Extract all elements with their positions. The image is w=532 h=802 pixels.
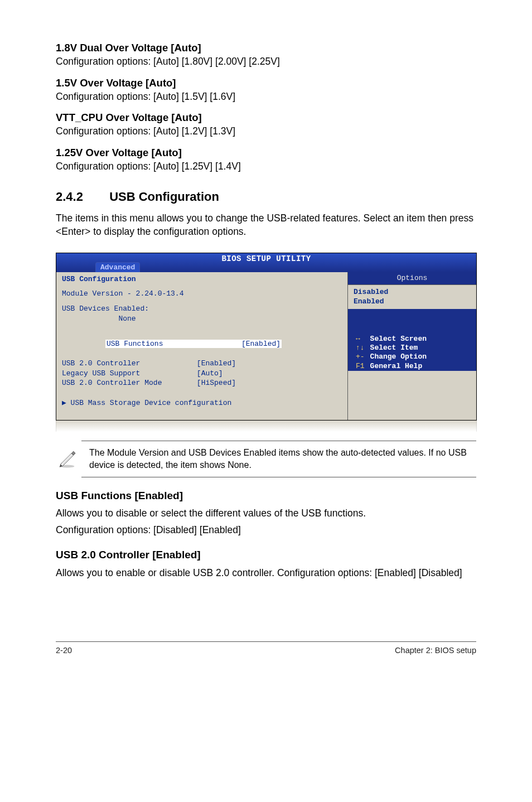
bios-submenu-label: USB Mass Storage Device configuration xyxy=(71,399,232,407)
section-heading: 2.4.2 USB Configuration xyxy=(56,189,476,205)
heading-1-5v: 1.5V Over Voltage [Auto] xyxy=(56,76,476,90)
bios-option-disabled[interactable]: Disabled xyxy=(354,287,471,297)
note-block: The Module Version and USB Devices Enabl… xyxy=(81,441,476,477)
bios-tab-advanced[interactable]: Advanced xyxy=(95,262,140,272)
bios-submenu-usb-mass-storage[interactable]: ▶ USB Mass Storage Device configuration xyxy=(62,398,342,408)
bios-help-keys: ↔ ↑↓ +- F1 xyxy=(356,335,365,371)
text-1-25v-options: Configuration options: [Auto] [1.25V] [1… xyxy=(56,160,476,173)
text-usb-functions-2: Configuration options: [Disabled] [Enabl… xyxy=(56,524,476,537)
bios-fade xyxy=(56,421,477,432)
section-title: USB Configuration xyxy=(109,190,219,204)
section-intro: The items in this menu allows you to cha… xyxy=(56,212,476,238)
bios-item-legacy-usb[interactable]: Legacy USB Support [Auto] xyxy=(62,369,342,379)
chapter-label: Chapter 2: BIOS setup xyxy=(395,645,476,656)
bios-item-label: USB Functions xyxy=(107,340,163,348)
triangle-right-icon: ▶ xyxy=(62,398,66,408)
bios-devices-none: None xyxy=(62,314,342,324)
bios-options-title: Options xyxy=(348,272,476,285)
bios-screenshot: BIOS SETUP UTILITY Advanced USB Configur… xyxy=(56,253,476,432)
bios-title: BIOS SETUP UTILITY xyxy=(221,254,311,263)
bios-item-value: [Auto] xyxy=(197,369,223,378)
heading-vtt-cpu: VTT_CPU Over Voltage [Auto] xyxy=(56,111,476,125)
bios-left-pane: USB Configuration Module Version - 2.24.… xyxy=(56,272,348,420)
section-number: 2.4.2 xyxy=(56,189,106,205)
bios-module-version: Module Version - 2.24.0-13.4 xyxy=(62,289,342,299)
note-text: The Module Version and USB Devices Enabl… xyxy=(89,447,473,471)
bios-item-usb-functions[interactable]: USB Functions [Enabled] xyxy=(62,330,342,359)
bios-option-enabled[interactable]: Enabled xyxy=(354,297,471,307)
bios-item-value: [HiSpeed] xyxy=(197,379,236,387)
text-1-8v-options: Configuration options: [Auto] [1.80V] [2… xyxy=(56,55,476,69)
text-usb-functions-1: Allows you to disable or select the diff… xyxy=(56,507,476,520)
text-usb20-controller: Allows you to enable or disable USB 2.0 … xyxy=(56,567,476,580)
text-1-5v-options: Configuration options: [Auto] [1.5V] [1.… xyxy=(56,90,476,104)
page-number: 2-20 xyxy=(56,645,72,656)
bios-item-label: USB 2.0 Controller xyxy=(62,359,140,368)
bios-right-pane: Options Disabled Enabled ↔ ↑↓ +- F1 Sele… xyxy=(348,272,476,420)
text-vtt-cpu-options: Configuration options: [Auto] [1.2V] [1.… xyxy=(56,125,476,138)
bios-title-bar: BIOS SETUP UTILITY Advanced xyxy=(56,253,476,272)
bios-item-label: Legacy USB Support xyxy=(62,369,140,378)
bios-item-usb20-controller[interactable]: USB 2.0 Controller [Enabled] xyxy=(62,359,342,369)
bios-help-labels: Select Screen Select Item Change Option … xyxy=(370,335,427,371)
heading-usb20-controller: USB 2.0 Controller [Enabled] xyxy=(56,548,476,562)
bios-item-value: [Enabled] xyxy=(197,359,236,368)
pencil-note-icon xyxy=(56,447,78,469)
heading-1-25v: 1.25V Over Voltage [Auto] xyxy=(56,146,476,160)
page-footer: 2-20 Chapter 2: BIOS setup xyxy=(56,641,476,656)
heading-1-8v: 1.8V Dual Over Voltage [Auto] xyxy=(56,41,476,55)
bios-item-label: USB 2.0 Controller Mode xyxy=(62,379,162,387)
bios-item-usb20-mode[interactable]: USB 2.0 Controller Mode [HiSpeed] xyxy=(62,378,342,388)
bios-left-header: USB Configuration xyxy=(62,274,342,284)
heading-usb-functions: USB Functions [Enabled] xyxy=(56,489,476,503)
bios-devices-header: USB Devices Enabled: xyxy=(62,304,342,314)
bios-item-value: [Enabled] xyxy=(241,340,280,348)
